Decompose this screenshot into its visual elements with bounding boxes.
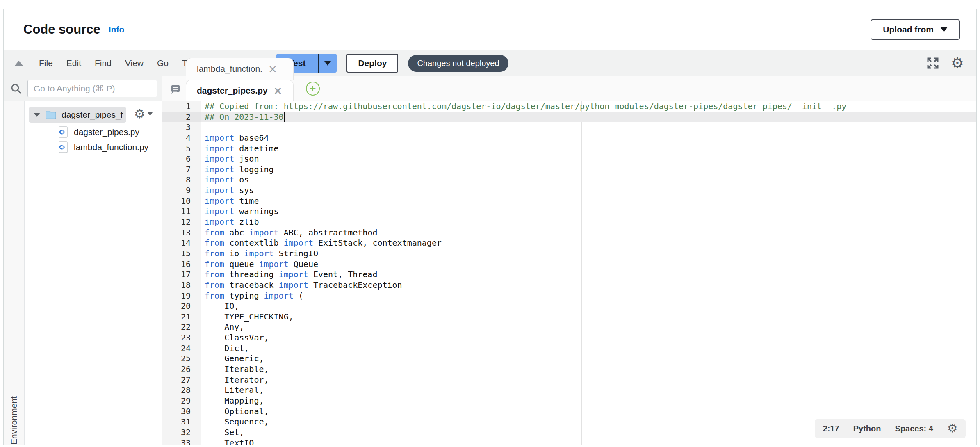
line-number: 27 (162, 375, 201, 385)
line-number: 31 (162, 417, 201, 427)
code-line-15[interactable]: 15from io import StringIO (162, 249, 976, 259)
line-number: 23 (162, 333, 201, 343)
code-line-4[interactable]: 4import base64 (162, 133, 976, 144)
tab-bar: lambda_function. × dagster_pipes.py × + (162, 76, 976, 101)
code-line-25[interactable]: 25 Generic, (162, 353, 976, 364)
test-dropdown-button[interactable] (319, 54, 337, 73)
line-content: TYPE_CHECKING, (201, 312, 976, 322)
editor-settings-gear-icon[interactable]: ⚙ (951, 56, 964, 71)
file-tree: dagster_pipes_funct ⚙ dagster_pipes.py l… (25, 101, 162, 445)
line-number: 25 (162, 353, 201, 364)
code-line-26[interactable]: 26 Iterable, (162, 364, 976, 375)
code-line-8[interactable]: 8import os (162, 175, 976, 185)
upload-from-button[interactable]: Upload from (871, 19, 960, 40)
code-line-2[interactable]: 2## On 2023-11-30 (162, 112, 976, 123)
line-content: Iterator, (201, 375, 976, 385)
file-name: lambda_function.py (74, 142, 148, 152)
code-line-13[interactable]: 13from abc import ABC, abstractmethod (162, 228, 976, 238)
statusbar-gear-icon[interactable]: ⚙ (947, 423, 957, 434)
code-line-24[interactable]: 24 Dict, (162, 343, 976, 354)
code-line-18[interactable]: 18from traceback import TracebackExcepti… (162, 280, 976, 291)
new-tab-icon[interactable]: + (306, 82, 320, 96)
menu-item-file[interactable]: File (39, 58, 53, 68)
code-line-20[interactable]: 20 IO, (162, 301, 976, 312)
code-line-7[interactable]: 7import logging (162, 164, 976, 175)
line-content: ## Copied from: https://raw.githubuserco… (201, 101, 976, 112)
code-line-10[interactable]: 10import time (162, 196, 976, 207)
editor-menubar: FileEditFindViewGoToolsWindow Test Deplo… (4, 50, 976, 76)
line-number: 22 (162, 322, 201, 333)
menu-item-go[interactable]: Go (157, 58, 169, 68)
line-number: 11 (162, 206, 201, 217)
line-number: 24 (162, 343, 201, 354)
editor-pane: lambda_function. × dagster_pipes.py × + … (162, 76, 976, 445)
menu-item-edit[interactable]: Edit (66, 58, 81, 68)
upload-from-label: Upload from (883, 25, 934, 34)
line-content: import sys (201, 185, 976, 196)
line-content: Mapping, (201, 396, 976, 406)
environment-strip[interactable]: Environment (4, 101, 25, 445)
code-line-1[interactable]: 1## Copied from: https://raw.githubuserc… (162, 101, 976, 112)
menu-item-view[interactable]: View (125, 58, 144, 68)
code-line-14[interactable]: 14from contextlib import ExitStack, cont… (162, 238, 976, 249)
deploy-button[interactable]: Deploy (346, 54, 398, 73)
folder-icon (45, 110, 57, 120)
line-content: import os (201, 175, 976, 185)
line-number: 16 (162, 259, 201, 270)
code-line-21[interactable]: 21 TYPE_CHECKING, (162, 312, 976, 322)
code-editor[interactable]: 1## Copied from: https://raw.githubuserc… (162, 101, 976, 445)
tree-file-item[interactable]: dagster_pipes.py (25, 124, 162, 139)
code-line-29[interactable]: 29 Mapping, (162, 396, 976, 406)
tab-list-icon[interactable] (169, 83, 182, 96)
line-number: 14 (162, 238, 201, 249)
line-number: 13 (162, 228, 201, 238)
indentation-setting[interactable]: Spaces: 4 (895, 424, 933, 433)
menu-item-find[interactable]: Find (95, 58, 112, 68)
page-title: Code source (23, 22, 100, 37)
code-line-17[interactable]: 17from threading import Event, Thread (162, 269, 976, 280)
code-line-5[interactable]: 5import datetime (162, 144, 976, 154)
code-line-30[interactable]: 30 Optional, (162, 406, 976, 417)
line-content: import zlib (201, 217, 976, 228)
code-line-11[interactable]: 11import warnings (162, 206, 976, 217)
line-number: 2 (162, 112, 201, 123)
line-content: ## On 2023-11-30 (201, 112, 976, 123)
tree-folder-row: dagster_pipes_funct ⚙ (25, 107, 162, 123)
code-line-16[interactable]: 16from queue import Queue (162, 259, 976, 270)
line-content: Dict, (201, 343, 976, 354)
menubar-right-icons: ⚙ (926, 56, 964, 71)
line-number: 5 (162, 144, 201, 154)
code-line-27[interactable]: 27 Iterator, (162, 375, 976, 385)
line-content: from typing import ( (201, 291, 976, 301)
folder-expand-icon[interactable] (34, 113, 40, 117)
code-line-9[interactable]: 9import sys (162, 185, 976, 196)
code-line-3[interactable]: 3 (162, 122, 976, 133)
code-line-22[interactable]: 22 Any, (162, 322, 976, 333)
fullscreen-icon[interactable] (926, 57, 939, 70)
line-number: 10 (162, 196, 201, 207)
folder-name: dagster_pipes_funct (62, 110, 123, 120)
tree-settings-gear-icon[interactable]: ⚙ (134, 108, 153, 120)
close-tab-icon[interactable]: × (268, 64, 277, 74)
goto-anything-input[interactable] (27, 80, 157, 97)
editor-tab-active[interactable]: dagster_pipes.py × (186, 80, 294, 101)
line-number: 28 (162, 385, 201, 396)
close-tab-icon[interactable]: × (273, 85, 283, 96)
editor-tab-0[interactable]: lambda_function. × (186, 58, 294, 80)
code-line-33[interactable]: 33 TextIO (162, 438, 976, 445)
code-line-23[interactable]: 23 ClassVar, (162, 333, 976, 343)
cursor-position[interactable]: 2:17 (823, 424, 839, 433)
code-line-19[interactable]: 19from typing import ( (162, 291, 976, 301)
code-line-28[interactable]: 28 Literal, (162, 385, 976, 396)
code-line-12[interactable]: 12import zlib (162, 217, 976, 228)
info-link[interactable]: Info (109, 25, 124, 34)
language-mode[interactable]: Python (853, 424, 881, 433)
collapse-panel-icon[interactable] (14, 61, 23, 66)
line-number: 4 (162, 133, 201, 144)
line-number: 18 (162, 280, 201, 291)
folder-item[interactable]: dagster_pipes_funct (29, 107, 126, 123)
line-content: from io import StringIO (201, 249, 976, 259)
tree-file-item[interactable]: lambda_function.py (25, 139, 162, 155)
code-line-6[interactable]: 6import json (162, 154, 976, 164)
line-number: 21 (162, 312, 201, 322)
